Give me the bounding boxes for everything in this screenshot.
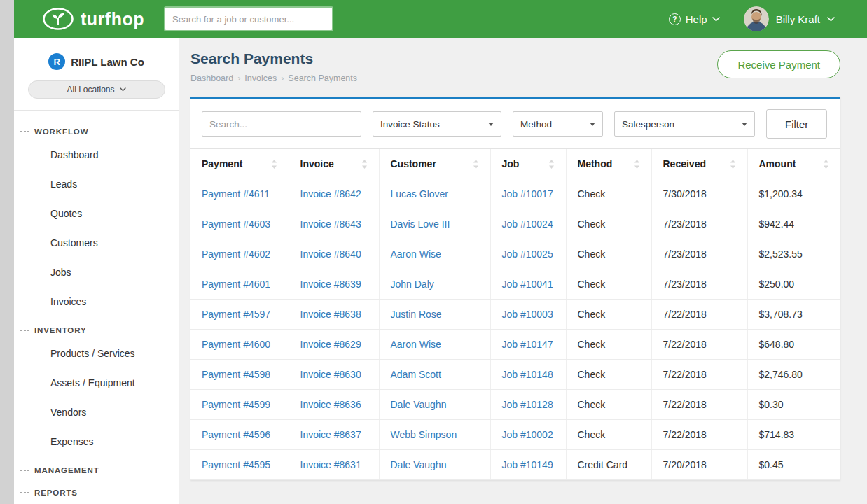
amount-cell: $2,746.80 — [759, 369, 803, 380]
app-root: turfhop ? Help — [14, 0, 867, 504]
job-link[interactable]: Job #10002 — [502, 429, 553, 440]
col-header-received[interactable]: Received — [651, 149, 747, 179]
table-row: Payment #4598 Invoice #8630 Adam Scott J… — [190, 360, 840, 390]
invoice-link[interactable]: Invoice #8639 — [300, 279, 361, 290]
invoice-link[interactable]: Invoice #8637 — [300, 429, 361, 440]
sidebar-item-vendors[interactable]: Vendors — [14, 398, 179, 427]
received-cell: 7/30/2018 — [663, 188, 707, 200]
method-select[interactable]: Method — [513, 111, 603, 136]
invoice-status-select[interactable]: Invoice Status — [373, 111, 501, 136]
table-search-input[interactable] — [202, 111, 361, 136]
amount-cell: $1,200.34 — [759, 188, 803, 200]
customer-link[interactable]: Webb Simpson — [391, 429, 457, 440]
invoice-link[interactable]: Invoice #8640 — [300, 248, 361, 260]
locations-selector[interactable]: All Locations — [28, 80, 165, 99]
col-header-invoice[interactable]: Invoice — [289, 149, 379, 179]
job-link[interactable]: Job #10003 — [502, 309, 553, 320]
breadcrumb: Dashboard › Invoices › Search Payments — [190, 74, 357, 83]
payments-table: Payment Invoice Customer Job Method Rece… — [190, 148, 840, 480]
breadcrumb-invoices[interactable]: Invoices — [244, 74, 277, 83]
sidebar-item-leads[interactable]: Leads — [14, 169, 179, 199]
main-content: Search Payments Dashboard › Invoices › S… — [179, 38, 867, 504]
payment-link[interactable]: Payment #4595 — [202, 459, 270, 470]
sort-icon — [548, 160, 555, 169]
received-cell: 7/22/2018 — [663, 399, 707, 410]
table-row: Payment #4596 Invoice #8637 Webb Simpson… — [190, 420, 840, 450]
payment-link[interactable]: Payment #4597 — [202, 309, 270, 320]
customer-link[interactable]: Davis Love III — [391, 218, 450, 230]
invoice-link[interactable]: Invoice #8631 — [300, 459, 361, 470]
payment-link[interactable]: Payment #4611 — [202, 188, 270, 200]
receive-payment-button[interactable]: Receive Payment — [717, 50, 840, 78]
customer-link[interactable]: Aaron Wise — [391, 339, 441, 350]
customer-link[interactable]: John Daly — [391, 279, 434, 290]
received-cell: 7/22/2018 — [663, 369, 707, 380]
table-row: Payment #4600 Invoice #8629 Aaron Wise J… — [190, 330, 840, 360]
nav-section-reports: REPORTS — [14, 479, 179, 501]
col-header-job[interactable]: Job — [490, 149, 566, 179]
job-link[interactable]: Job #10149 — [502, 459, 553, 470]
job-link[interactable]: Job #10017 — [502, 188, 553, 200]
col-header-method[interactable]: Method — [566, 149, 651, 179]
method-cell: Check — [578, 188, 606, 200]
payment-link[interactable]: Payment #4596 — [202, 429, 270, 440]
job-link[interactable]: Job #10025 — [502, 248, 553, 260]
job-link[interactable]: Job #10041 — [502, 279, 553, 290]
invoice-link[interactable]: Invoice #8629 — [300, 339, 361, 350]
sidebar-item-quotes[interactable]: Quotes — [14, 199, 179, 228]
chevron-down-icon — [712, 17, 720, 22]
sidebar-item-dashboard[interactable]: Dashboard — [14, 140, 179, 169]
customer-link[interactable]: Adam Scott — [391, 369, 441, 380]
table-row: Payment #4611 Invoice #8642 Lucas Glover… — [190, 179, 840, 209]
invoice-link[interactable]: Invoice #8638 — [300, 309, 361, 320]
payment-link[interactable]: Payment #4602 — [202, 248, 270, 260]
table-row: Payment #4599 Invoice #8636 Dale Vaughn … — [190, 390, 840, 420]
col-header-payment[interactable]: Payment — [190, 149, 289, 179]
topbar: turfhop ? Help — [14, 0, 867, 38]
payment-link[interactable]: Payment #4603 — [202, 218, 270, 230]
logo[interactable]: turfhop — [42, 7, 144, 31]
customer-link[interactable]: Aaron Wise — [391, 248, 441, 260]
customer-link[interactable]: Dale Vaughn — [391, 459, 447, 470]
breadcrumb-dashboard[interactable]: Dashboard — [190, 74, 233, 83]
user-name: Billy Kraft — [776, 13, 820, 25]
payment-link[interactable]: Payment #4601 — [202, 279, 270, 290]
payment-link[interactable]: Payment #4599 — [202, 399, 270, 410]
sidebar-item-assets-equipment[interactable]: Assets / Equipment — [14, 368, 179, 398]
salesperson-select[interactable]: Salesperson — [614, 111, 755, 136]
sort-icon — [634, 160, 640, 169]
sidebar-item-products-services[interactable]: Products / Services — [14, 339, 179, 368]
method-cell: Check — [578, 279, 606, 290]
job-link[interactable]: Job #10148 — [502, 369, 553, 380]
company-name: RIIPL Lawn Co — [71, 56, 144, 68]
customer-link[interactable]: Justin Rose — [391, 309, 442, 320]
sidebar-item-customers[interactable]: Customers — [14, 228, 179, 258]
sidebar-item-invoices[interactable]: Invoices — [14, 287, 179, 316]
method-cell: Check — [578, 399, 606, 410]
help-menu[interactable]: ? Help — [669, 13, 720, 25]
table-row: Payment #4601 Invoice #8639 John Daly Jo… — [190, 270, 840, 300]
col-header-customer[interactable]: Customer — [379, 149, 490, 179]
invoice-link[interactable]: Invoice #8636 — [300, 399, 361, 410]
select-arrow-icon — [590, 122, 595, 126]
nav-section-management: MANAGEMENT — [14, 456, 179, 479]
sidebar: R RIIPL Lawn Co All Locations WORKFLOW D… — [14, 38, 179, 504]
tree-dashes-icon — [20, 130, 29, 134]
payment-link[interactable]: Payment #4598 — [202, 369, 270, 380]
invoice-link[interactable]: Invoice #8630 — [300, 369, 361, 380]
job-link[interactable]: Job #10147 — [502, 339, 553, 350]
user-menu[interactable]: Billy Kraft — [744, 6, 835, 31]
invoice-link[interactable]: Invoice #8642 — [300, 188, 361, 200]
global-search-input[interactable] — [164, 6, 333, 31]
sidebar-item-jobs[interactable]: Jobs — [14, 258, 179, 287]
customer-link[interactable]: Lucas Glover — [391, 188, 448, 200]
payment-link[interactable]: Payment #4600 — [202, 339, 270, 350]
sidebar-item-expenses[interactable]: Expenses — [14, 427, 179, 456]
method-cell: Check — [578, 429, 606, 440]
customer-link[interactable]: Dale Vaughn — [391, 399, 447, 410]
col-header-amount[interactable]: Amount — [747, 149, 840, 179]
job-link[interactable]: Job #10128 — [502, 399, 553, 410]
job-link[interactable]: Job #10024 — [502, 218, 553, 230]
invoice-link[interactable]: Invoice #8643 — [300, 218, 361, 230]
filter-button[interactable]: Filter — [766, 109, 827, 139]
